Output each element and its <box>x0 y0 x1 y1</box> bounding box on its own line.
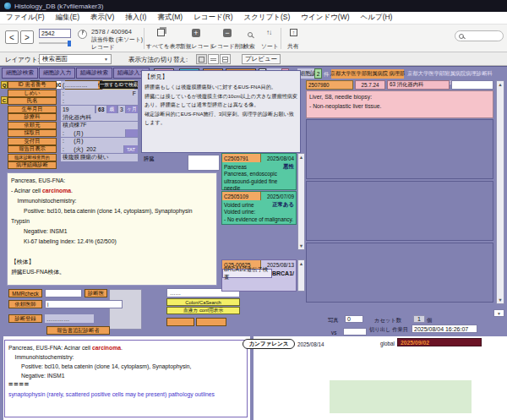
show-all-button[interactable]: すべてを表示 <box>146 42 181 51</box>
cytology-card[interactable]: C25051092025/07/09 Voided urine正常ある Void… <box>221 191 297 225</box>
field-label-name[interactable]: 氏名 <box>8 97 57 105</box>
menu-item-view[interactable]: 表示(V) <box>90 13 114 23</box>
cytology-scrollbar[interactable]: ▲ ▼ <box>297 153 305 250</box>
delete-record-button[interactable]: レコード削除 <box>211 42 246 51</box>
colon-ca-search-button[interactable]: Colon/CaSearch <box>166 298 240 306</box>
layout-select[interactable]: 検索画面 ▼ <box>39 54 112 64</box>
field-label-patient-id[interactable]: ID 患者番号 <box>8 81 57 89</box>
diagnosis-register-label[interactable]: 診断登録 <box>8 314 42 323</box>
scroll-down-icon[interactable]: ▼ <box>498 297 502 303</box>
slider-knob[interactable] <box>68 41 71 46</box>
menu-item-scripts[interactable]: スクリプト(S) <box>244 13 291 23</box>
field-clinical-purpose[interactable]: 後腹膜腫瘍の疑い <box>61 154 138 161</box>
show-all-icon[interactable] <box>157 29 165 36</box>
blood-conf-button[interactable]: 血液カ conf用表示 <box>166 307 240 314</box>
menu-item-format[interactable]: 書式(M) <box>157 13 183 23</box>
field-label-clinical-purpose[interactable]: 臨床診断検査目的 <box>8 154 57 161</box>
preview-button[interactable]: プレビュー <box>242 54 281 64</box>
menu-item-edit[interactable]: 編集(E) <box>56 13 79 23</box>
field-requester-ward[interactable]: 積貞棟7F <box>61 122 138 129</box>
addendum-author-label[interactable]: 報告書追記診断者 <box>46 326 110 335</box>
delete-record-icon[interactable]: − <box>223 29 232 37</box>
found-set-pie-icon[interactable] <box>78 30 87 39</box>
gene-scrollbar[interactable]: ▲ <box>297 259 305 292</box>
field-label-birthdate[interactable]: 生年月日 <box>8 106 57 113</box>
field-report-date[interactable]: : (火) 202 <box>61 145 123 153</box>
field-label-histology-diagnosis[interactable]: 病理組織診断 <box>8 161 57 169</box>
vs-input[interactable] <box>343 328 367 335</box>
quick-search-input[interactable] <box>455 30 504 41</box>
field-collection-date[interactable]: : (月) <box>61 129 125 137</box>
doctor-value-box[interactable] <box>109 289 142 330</box>
conference-button[interactable]: カンファレンス <box>243 339 295 349</box>
menu-item-file[interactable]: ファイル(F) <box>6 13 45 23</box>
requester-doctor-label[interactable]: 依頼医師 <box>8 300 42 308</box>
field-label-collection-date[interactable]: 採取日 <box>8 129 57 137</box>
field-name[interactable]: : <box>61 97 138 105</box>
memo-green-box[interactable] <box>330 380 472 413</box>
photo-count-input[interactable]: 0 <box>345 315 363 323</box>
collection-date-chip[interactable] <box>126 129 138 137</box>
new-record-button[interactable]: 新規レコード <box>180 42 215 51</box>
form-view-button[interactable] <box>196 54 207 64</box>
new-record-icon[interactable]: + <box>192 29 200 37</box>
find-button[interactable]: 検索 <box>243 42 255 51</box>
mmr-check-input[interactable] <box>45 289 82 297</box>
field-label-receipt-date[interactable]: 受付日 <box>8 138 57 145</box>
diagnosis-register-value[interactable]: ………… <box>45 314 94 323</box>
field-kana[interactable]: :F <box>61 90 138 97</box>
history-header-input[interactable] <box>451 80 493 90</box>
field-birthdate[interactable]: 19 <box>61 106 95 113</box>
table-view-button[interactable] <box>220 54 231 64</box>
tab-cytology-search[interactable]: 細胞診検索 <box>2 68 38 79</box>
field-label-report-date[interactable]: 報告日表示 <box>8 145 57 153</box>
field-department[interactable]: 消化器内科 <box>61 113 138 121</box>
requester-doctor-input[interactable]: i <box>45 300 123 308</box>
scroll-up-icon[interactable]: ▲ <box>299 155 303 160</box>
share-icon[interactable]: ↑ <box>290 29 297 36</box>
prev-record-button[interactable]: < <box>5 30 19 44</box>
history-empty-slot[interactable] <box>306 119 493 179</box>
menu-item-records[interactable]: レコード(R) <box>194 13 232 23</box>
field-label-department[interactable]: 診療科 <box>8 113 57 121</box>
cutting-work-date-input[interactable]: 2025/08/04 16:26:07 <box>412 325 477 333</box>
history-id-chip[interactable]: 2507980 <box>306 80 353 90</box>
scroll-down-icon[interactable]: ▼ <box>299 243 303 248</box>
scroll-up-icon[interactable]: ▲ <box>299 261 303 266</box>
next-record-button[interactable]: > <box>20 30 34 44</box>
find-icon[interactable] <box>248 32 253 37</box>
cassette-count-input[interactable]: 1 <box>413 315 425 323</box>
list-view-button[interactable] <box>208 54 219 64</box>
sign-orange-button2[interactable] <box>196 318 226 326</box>
gene-test-card[interactable]: G25-006252025/08/13 BRCA1/2遺伝子検査BRCA1/ <box>221 259 297 292</box>
match-id-search-button[interactable]: 一致するIDで検索 <box>100 81 138 89</box>
addendum-report-field[interactable]: Pancreas, EUS-FNA: Acinar cell carcinoma… <box>4 340 248 417</box>
history-scrollbar[interactable]: ▲ ▼ <box>496 80 504 304</box>
menu-item-window[interactable]: ウインドウ(W) <box>301 13 349 23</box>
organ-input[interactable] <box>188 155 220 171</box>
menu-item-insert[interactable]: 挿入(I) <box>125 13 146 23</box>
history-empty-slot[interactable] <box>306 181 493 241</box>
scroll-up-icon[interactable]: ▲ <box>498 82 502 87</box>
history-empty-slot[interactable] <box>306 243 493 303</box>
field-label-requester-ward[interactable]: 依頼元 <box>8 122 57 129</box>
menu-item-help[interactable]: ヘルプ(H) <box>361 13 393 23</box>
record-slider[interactable] <box>39 42 71 44</box>
record-number-input[interactable]: 2542 <box>39 29 71 38</box>
copy-gutter-icon[interactable]: C <box>1 96 8 104</box>
sort-icon[interactable]: ↑↓ <box>266 29 271 36</box>
cytology-card[interactable]: C25057912025/08/04 Pancreas悪性 Pancreas, … <box>221 153 297 190</box>
history-report-card[interactable]: Liver, S8, needle biopsy: - Non-neoplast… <box>306 90 493 118</box>
tab-cytology-input[interactable]: 細胞診入力 <box>39 68 75 79</box>
search-gutter-icon[interactable]: Q <box>1 81 8 89</box>
global-date-field[interactable]: 2025/09/02 <box>397 338 482 346</box>
mmr-check-label[interactable]: MMRcheck <box>8 289 42 297</box>
doctor-label[interactable]: 診断医 <box>84 289 107 297</box>
tat-chip[interactable]: TAT <box>124 145 138 153</box>
main-report-field[interactable]: Pancreas, EUS-FNA: - Acinar cell carcino… <box>7 172 217 286</box>
history-dropdown[interactable]: ▼ <box>493 309 504 317</box>
tab-histology-search[interactable]: 組織診検索 <box>76 68 112 79</box>
findings-field[interactable]: 【所見】 膵腫瘍もしくは後腹膜腫瘍疑いに対するEUS-FNA目的。 膵臓には接し… <box>141 70 301 153</box>
field-label-kana[interactable]: しめい <box>8 90 57 97</box>
sort-button[interactable]: ソート <box>261 42 279 51</box>
